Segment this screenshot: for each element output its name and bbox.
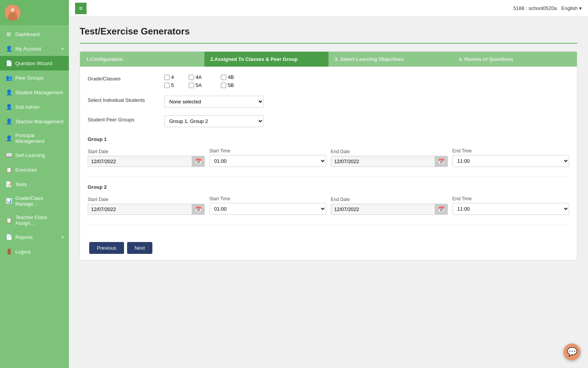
checkbox-5[interactable]: 5 <box>164 82 187 88</box>
group-2-start-date-input[interactable] <box>88 204 192 214</box>
sidebar-item-student-management[interactable]: 👤 Student Management <box>0 85 69 100</box>
checkbox-4a[interactable]: 4A <box>189 74 219 80</box>
sidebar-item-label: Self-Learning <box>15 152 45 158</box>
group-2-start-time-field: Start Time 01:00 <box>209 196 327 215</box>
sidebar-item-principal-management[interactable]: 👤 Principal Management <box>0 129 69 148</box>
teacher-class-icon: 📋 <box>5 217 12 224</box>
group-2-start-date-calendar-button[interactable]: 📅 <box>192 204 204 214</box>
sidebar-item-label: Peer Groups <box>15 75 44 81</box>
group-1-end-date-input[interactable] <box>331 156 435 167</box>
checkbox-5-input[interactable] <box>164 83 170 88</box>
sidebar-item-tests[interactable]: 📝 Tests <box>0 177 69 191</box>
previous-button[interactable]: Previous <box>89 242 124 254</box>
checkbox-4-input[interactable] <box>164 75 170 80</box>
group-2-section: Group 2 Start Date 📅 <box>88 184 569 215</box>
checkbox-5b-label: 5B <box>228 82 234 88</box>
individual-students-select[interactable]: None selected <box>164 96 264 108</box>
group-2-label-row: Group 2 <box>88 184 569 194</box>
sidebar-item-sub-admin[interactable]: 👤 Sub Admin <box>0 100 69 114</box>
group-1-end-date-label: End Date <box>331 149 448 154</box>
individual-students-label: Select Individual Students <box>88 96 157 103</box>
group-2-end-date-wrapper: 📅 <box>331 204 448 215</box>
wizard-step-4[interactable]: 4. Review of Questions <box>453 52 577 67</box>
tests-icon: 📝 <box>5 181 12 188</box>
group-1-start-date-calendar-button[interactable]: 📅 <box>192 156 204 167</box>
hamburger-icon: ≡ <box>79 5 82 12</box>
sidebar-item-self-learning[interactable]: 📖 Self-Learning <box>0 148 69 162</box>
next-button[interactable]: Next <box>127 242 153 254</box>
exercises-icon: 📋 <box>5 166 12 173</box>
svg-point-3 <box>10 8 15 12</box>
checkbox-5b[interactable]: 5B <box>221 82 252 88</box>
group-1-start-date-input[interactable] <box>88 156 192 167</box>
topbar: ≡ 5188 : school0520a English ▾ <box>69 0 588 17</box>
chevron-icon: ▾ <box>62 47 64 51</box>
sidebar-item-exercises[interactable]: 📋 Exercises <box>0 162 69 177</box>
group-1-label-field: Group 1 <box>88 136 205 146</box>
sidebar-header <box>0 0 69 25</box>
sidebar-item-teacher-class[interactable]: 📋 Teacher-Class Assign... <box>0 211 69 230</box>
checkbox-5a-input[interactable] <box>189 83 194 88</box>
individual-students-row: Select Individual Students None selected <box>88 96 569 108</box>
dashboard-icon: ⊞ <box>5 31 12 38</box>
sidebar-item-grade-class[interactable]: 📊 Grade/Class Manage... <box>0 191 69 211</box>
sidebar-item-label: Teacher-Class Assign... <box>15 214 64 226</box>
checkbox-4a-input[interactable] <box>189 75 194 80</box>
group-2-end-date-calendar-button[interactable]: 📅 <box>435 204 448 214</box>
group-1-row: Group 1 <box>88 136 569 146</box>
sidebar-item-logout[interactable]: 🚪 Logout <box>0 244 69 259</box>
checkbox-4-label: 4 <box>171 74 174 80</box>
checkbox-4b[interactable]: 4B <box>221 74 252 80</box>
self-learning-icon: 📖 <box>5 152 12 159</box>
sidebar-item-label: Principal Management <box>15 132 64 144</box>
sidebar-item-teacher-management[interactable]: 👤 Teacher Management <box>0 114 69 129</box>
sidebar-item-question-wizard[interactable]: 📄 Question Wizard <box>0 56 69 70</box>
main-content: ≡ 5188 : school0520a English ▾ Test/Exer… <box>69 0 588 368</box>
group-2-end-time-label: End Time <box>452 196 570 201</box>
group-2-end-date-field: End Date 📅 <box>331 197 448 215</box>
sidebar-item-label: Reports <box>15 234 33 240</box>
sidebar-item-peer-groups[interactable]: 👥 Peer Groups <box>0 70 69 85</box>
wizard-card: 1.Configuration 2.Assigned To Classes & … <box>80 51 577 260</box>
group-1-section: Group 1 Start Date 📅 <box>88 136 569 167</box>
teacher-icon: 👤 <box>5 118 12 125</box>
group-1-end-time-field: End Time 11:00 <box>452 148 570 167</box>
sidebar-item-label: Student Management <box>15 90 63 95</box>
group-1-start-time-select[interactable]: 01:00 <box>209 155 327 167</box>
checkbox-5a[interactable]: 5A <box>189 82 219 88</box>
sidebar-item-my-account[interactable]: 👤 My Account ▾ <box>0 41 69 56</box>
group-1-label: Group 1 <box>88 136 205 142</box>
chat-bubble-button[interactable]: 💬 <box>564 343 580 360</box>
chat-icon: 💬 <box>567 347 577 357</box>
language-selector[interactable]: English ▾ <box>561 5 582 11</box>
group-1-start-date-wrapper: 📅 <box>88 156 205 167</box>
sidebar-navigation: ⊞ Dashboard 👤 My Account ▾ 📄 Question Wi… <box>0 25 69 368</box>
checkbox-4b-input[interactable] <box>221 75 226 80</box>
wizard-step-1[interactable]: 1.Configuration <box>80 52 204 67</box>
content-area: Test/Exercise Generators 1.Configuration… <box>69 17 588 368</box>
bottom-divider <box>88 224 569 224</box>
wizard-step-3[interactable]: 3. Select Learning Objectives <box>328 52 453 67</box>
peer-groups-select[interactable]: Group 1, Group 2 <box>164 115 264 127</box>
wizard-steps: 1.Configuration 2.Assigned To Classes & … <box>80 52 577 67</box>
checkbox-4[interactable]: 4 <box>164 74 187 80</box>
group-1-end-time-select[interactable]: 11:00 <box>452 155 570 167</box>
sidebar-item-dashboard[interactable]: ⊞ Dashboard <box>0 27 69 41</box>
sidebar-item-reports[interactable]: 📄 Reports ▾ <box>0 230 69 244</box>
sidebar-item-label: Sub Admin <box>15 104 39 110</box>
reports-icon: 📄 <box>5 234 12 240</box>
group-2-end-time-select[interactable]: 11:00 <box>452 203 570 215</box>
group-2-end-date-input[interactable] <box>331 204 435 214</box>
sidebar-item-label: Dashboard <box>15 31 40 37</box>
sidebar-item-label: Question Wizard <box>15 61 52 66</box>
checkbox-5a-label: 5A <box>196 82 202 88</box>
grade-icon: 📊 <box>5 198 12 204</box>
wizard-step-2[interactable]: 2.Assigned To Classes & Peer Group <box>204 52 329 67</box>
group-2-label: Group 2 <box>88 184 205 190</box>
menu-toggle-button[interactable]: ≡ <box>75 3 87 14</box>
topbar-left: ≡ <box>75 3 87 14</box>
checkbox-5b-input[interactable] <box>221 83 226 88</box>
group-1-end-date-calendar-button[interactable]: 📅 <box>435 156 448 167</box>
group-2-start-time-select[interactable]: 01:00 <box>209 203 327 215</box>
group-1-start-date-label: Start Date <box>88 149 205 154</box>
